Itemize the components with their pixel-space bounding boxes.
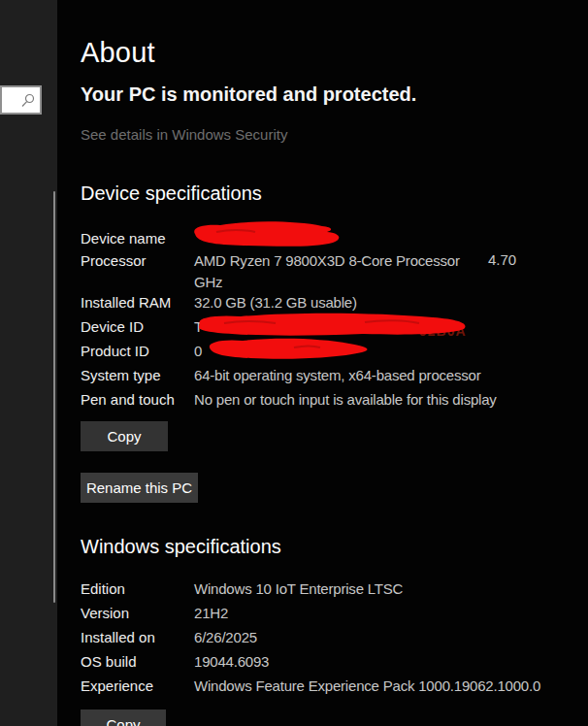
page-title: About bbox=[81, 37, 155, 69]
device-id-visible-prefix: T bbox=[194, 318, 203, 335]
windows-specs-heading: Windows specifications bbox=[81, 536, 281, 558]
installed-on-value: 6/26/2025 bbox=[194, 629, 257, 645]
edition-label: Edition bbox=[81, 579, 194, 599]
version-label: Version bbox=[81, 604, 194, 623]
rename-pc-button[interactable]: Rename this PC bbox=[81, 473, 198, 503]
os-build-label: OS build bbox=[81, 652, 194, 672]
spec-row-device-name: Device name bbox=[81, 229, 194, 248]
version-value: 21H2 bbox=[194, 605, 228, 621]
pen-touch-label: Pen and touch bbox=[81, 390, 194, 410]
installed-ram-label: Installed RAM bbox=[81, 293, 194, 313]
system-type-value: 64-bit operating system, x64-based proce… bbox=[194, 367, 481, 383]
device-id-visible-fragment: 92B0A bbox=[419, 323, 467, 339]
spec-row-installed-ram: Installed RAM32.0 GB (31.2 GB usable) bbox=[81, 293, 357, 313]
redaction-scribble-product-id bbox=[202, 334, 376, 363]
spec-row-pen-touch: Pen and touchNo pen or touch input is av… bbox=[81, 390, 497, 410]
processor-label: Processor bbox=[81, 251, 194, 271]
os-build-value: 19044.6093 bbox=[194, 653, 269, 670]
device-specs-heading: Device specifications bbox=[81, 182, 262, 205]
experience-value: Windows Feature Experience Pack 1000.190… bbox=[194, 677, 540, 694]
edition-value: Windows 10 IoT Enterprise LTSC bbox=[194, 580, 403, 597]
spec-row-edition: EditionWindows 10 IoT Enterprise LTSC bbox=[81, 579, 403, 599]
search-icon bbox=[20, 93, 36, 109]
product-id-visible-prefix: 0 bbox=[194, 343, 202, 359]
redaction-scribble-device-name bbox=[187, 218, 348, 248]
installed-on-label: Installed on bbox=[81, 628, 194, 647]
spec-row-os-build: OS build19044.6093 bbox=[81, 652, 269, 672]
copy-device-specs-button[interactable]: Copy bbox=[81, 421, 168, 451]
device-id-label: Device ID bbox=[81, 317, 194, 337]
installed-ram-value: 32.0 GB (31.2 GB usable) bbox=[194, 294, 357, 311]
processor-unit: GHz bbox=[194, 273, 222, 292]
processor-value: AMD Ryzen 7 9800X3D 8-Core Processor bbox=[194, 252, 460, 269]
spec-row-device-id: Device IDT bbox=[81, 317, 203, 337]
processor-speed: 4.70 bbox=[488, 251, 516, 268]
settings-sidebar bbox=[0, 0, 57, 726]
device-name-label: Device name bbox=[81, 229, 194, 248]
spec-row-processor: ProcessorAMD Ryzen 7 9800X3D 8-Core Proc… bbox=[81, 251, 460, 271]
system-type-label: System type bbox=[81, 366, 194, 385]
windows-security-link[interactable]: See details in Windows Security bbox=[81, 126, 287, 143]
spec-row-installed-on: Installed on6/26/2025 bbox=[81, 628, 257, 647]
copy-windows-specs-button[interactable]: Copy bbox=[81, 710, 166, 726]
spec-row-system-type: System type64-bit operating system, x64-… bbox=[81, 366, 481, 385]
experience-label: Experience bbox=[81, 676, 194, 696]
settings-about-page: About Your PC is monitored and protected… bbox=[0, 0, 588, 726]
spec-row-version: Version21H2 bbox=[81, 604, 228, 623]
search-input[interactable] bbox=[0, 85, 42, 115]
pen-touch-value: No pen or touch input is available for t… bbox=[194, 391, 497, 408]
product-id-label: Product ID bbox=[81, 342, 194, 361]
spec-row-experience: ExperienceWindows Feature Experience Pac… bbox=[81, 676, 540, 696]
sidebar-scrollbar[interactable] bbox=[53, 191, 55, 603]
security-status-headline: Your PC is monitored and protected. bbox=[81, 83, 416, 106]
spec-row-product-id: Product ID0 bbox=[81, 342, 202, 361]
